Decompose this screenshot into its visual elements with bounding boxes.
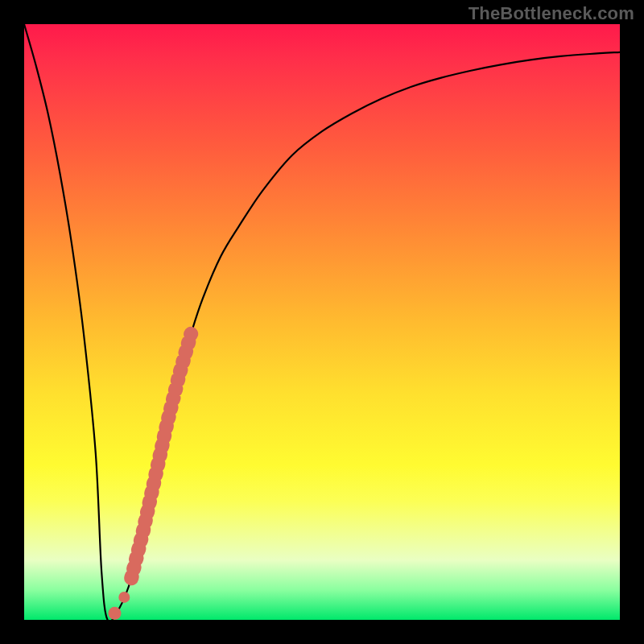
highlight-segment (131, 334, 191, 578)
highlight-dot (118, 592, 130, 603)
highlight-dot (108, 607, 121, 620)
highlight-layer (24, 24, 620, 620)
chart-frame: TheBottleneck.com (0, 0, 644, 644)
watermark-text: TheBottleneck.com (469, 3, 634, 24)
plot-area (24, 24, 620, 620)
